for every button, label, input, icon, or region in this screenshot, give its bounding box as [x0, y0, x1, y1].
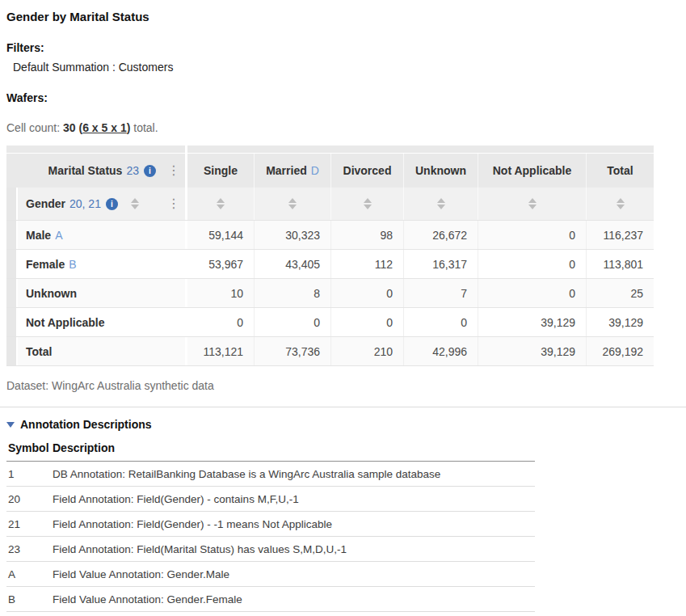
- annotation-table: Symbol Description 1 DB Annotation: Reta…: [6, 437, 535, 616]
- cell-count-link[interactable]: 6 x 5 x 1: [82, 121, 127, 134]
- data-cell: 30,323: [254, 221, 330, 249]
- menu-ellipsis-icon[interactable]: ⋮: [167, 198, 180, 209]
- sort-control-single[interactable]: [187, 188, 254, 220]
- dataset-note: Dataset: WingArc Australia synthetic dat…: [6, 379, 680, 392]
- annotation-descriptions-toggle[interactable]: Annotation Descriptions: [6, 418, 680, 431]
- data-cell: 112: [330, 250, 403, 278]
- data-cell: 42,996: [403, 337, 478, 365]
- data-cell: 0: [478, 250, 586, 278]
- data-cell: 39,129: [586, 308, 654, 336]
- annotation-symbol: 21: [6, 518, 53, 530]
- data-cell: 73,736: [254, 337, 330, 365]
- info-icon[interactable]: i: [144, 165, 156, 177]
- annotation-description: Field Value Annotation: Gender.Male: [53, 568, 535, 580]
- column-field-header: Marital Status 23 i ⋮: [6, 154, 185, 188]
- annotation-description: Field Annotation: Field(Gender) - contai…: [53, 493, 535, 505]
- column-field-annotation-refs: 23: [126, 164, 139, 177]
- data-cell: 0: [478, 221, 586, 249]
- data-cell: 59,144: [187, 221, 254, 249]
- data-cell: 39,129: [478, 337, 586, 365]
- annotation-row: A Field Value Annotation: Gender.Male: [6, 562, 535, 587]
- annotation-description: Field Annotation: Field(Marital Status) …: [53, 543, 535, 555]
- row-label: Unknown: [18, 279, 185, 307]
- data-cell: 0: [403, 308, 478, 336]
- column-header-divorced: Divorced: [330, 154, 403, 188]
- sort-control-married[interactable]: [254, 188, 330, 220]
- annotation-row: D Field Value Annotation: Marital Status…: [6, 612, 535, 616]
- data-cell: 43,405: [254, 250, 330, 278]
- cell-count-suffix: total.: [130, 121, 158, 134]
- annotation-row: 21 Field Annotation: Field(Gender) - -1 …: [6, 512, 535, 537]
- annotation-section-title: Annotation Descriptions: [20, 418, 152, 431]
- annotation-table-header: Symbol Description: [6, 437, 535, 462]
- table-row-unknown: Unknown 10 8 0 7 0 25: [6, 278, 654, 307]
- column-field-name: Marital Status: [48, 164, 123, 177]
- annotation-row: 23 Field Annotation: Field(Marital Statu…: [6, 537, 535, 562]
- annotation-ref-letter: A: [55, 229, 62, 242]
- data-cell: 113,121: [187, 337, 254, 365]
- row-field-header: Gender 20, 21 i ⋮: [18, 188, 185, 220]
- data-cell: 116,237: [586, 221, 654, 249]
- column-header-married: MarriedD: [254, 154, 330, 188]
- sort-control-unknown[interactable]: [403, 188, 478, 220]
- cell-count-line: Cell count: 30 (6 x 5 x 1) total.: [6, 121, 680, 134]
- symbol-column-header: Symbol: [6, 441, 53, 454]
- annotation-symbol: A: [6, 568, 53, 580]
- data-cell: 25: [586, 279, 654, 307]
- data-cell: 8: [254, 279, 330, 307]
- row-field-name: Gender: [26, 197, 65, 210]
- data-cell: 0: [254, 308, 330, 336]
- info-icon[interactable]: i: [106, 198, 118, 210]
- row-label: MaleA: [18, 221, 185, 249]
- sort-control[interactable]: [131, 198, 139, 209]
- column-header-row: Marital Status 23 i ⋮ Single MarriedD Di…: [6, 154, 654, 188]
- wafers-label: Wafers:: [6, 91, 680, 104]
- annotation-symbol: 1: [6, 468, 53, 480]
- row-gutter: [6, 221, 16, 249]
- table-row-male: MaleA 59,144 30,323 98 26,672 0 116,237: [6, 220, 654, 249]
- annotation-symbol: 23: [6, 543, 53, 555]
- annotation-symbol: 20: [6, 493, 53, 505]
- row-gutter: [6, 250, 16, 278]
- data-cell: 269,192: [586, 337, 654, 365]
- data-cell: 39,129: [478, 308, 586, 336]
- sort-control-total[interactable]: [586, 188, 654, 220]
- sort-control-divorced[interactable]: [330, 188, 403, 220]
- crosstab-table: Marital Status 23 i ⋮ Single MarriedD Di…: [6, 146, 654, 366]
- data-cell: 16,317: [403, 250, 478, 278]
- row-label: FemaleB: [18, 250, 185, 278]
- table-top-strip: [6, 146, 654, 153]
- annotation-ref-letter: B: [69, 258, 76, 271]
- table-row-not-applicable: Not Applicable 0 0 0 0 39,129 39,129: [6, 307, 654, 336]
- cell-count-label: Cell count:: [6, 121, 63, 134]
- sort-control-not-applicable[interactable]: [478, 188, 586, 220]
- row-label: Total: [18, 337, 185, 365]
- row-field-and-sort-row: Gender 20, 21 i ⋮: [6, 188, 654, 220]
- data-cell: 10: [187, 279, 254, 307]
- description-column-header: Description: [53, 441, 535, 454]
- menu-ellipsis-icon[interactable]: ⋮: [167, 165, 180, 176]
- data-cell: 210: [330, 337, 403, 365]
- table-row-total: Total 113,121 73,736 210 42,996 39,129 2…: [6, 336, 654, 366]
- section-divider: [0, 407, 686, 407]
- data-cell: 26,672: [403, 221, 478, 249]
- column-header-unknown: Unknown: [403, 154, 478, 188]
- row-gutter: [6, 279, 16, 307]
- data-cell: 113,801: [586, 250, 654, 278]
- row-gutter: [6, 337, 16, 365]
- collapse-arrow-icon: [6, 422, 15, 428]
- data-cell: 0: [187, 308, 254, 336]
- annotation-row: 1 DB Annotation: RetailBanking Database …: [6, 462, 535, 487]
- annotation-description: Field Value Annotation: Gender.Female: [53, 593, 535, 605]
- data-cell: 0: [330, 308, 403, 336]
- data-cell: 0: [478, 279, 586, 307]
- data-cell: 7: [403, 279, 478, 307]
- annotation-row: 20 Field Annotation: Field(Gender) - con…: [6, 487, 535, 512]
- cell-count-value: 30: [63, 121, 76, 134]
- column-header-total: Total: [586, 154, 654, 188]
- annotation-description: Field Annotation: Field(Gender) - -1 mea…: [53, 518, 535, 530]
- annotation-symbol: B: [6, 593, 53, 605]
- data-cell: 98: [330, 221, 403, 249]
- row-label: Not Applicable: [18, 308, 185, 336]
- data-cell: 53,967: [187, 250, 254, 278]
